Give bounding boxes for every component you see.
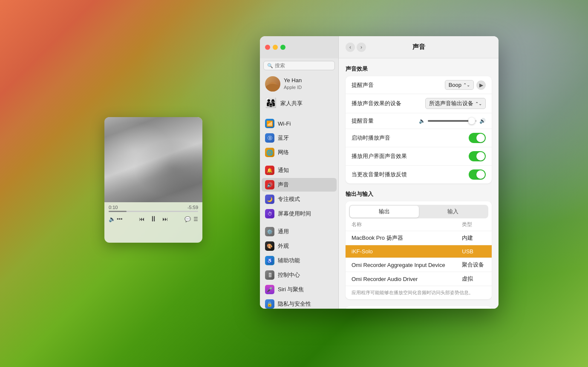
sidebar-item-focus[interactable]: 🌙 专注模式: [262, 192, 337, 206]
play-pause-button[interactable]: ⏸: [150, 215, 157, 224]
sidebar-label-sound: 声音: [278, 181, 289, 189]
dropdown-arrow-icon2: ⌃⌄: [475, 101, 482, 106]
sidebar-item-accessibility[interactable]: ♿ 辅助功能: [262, 254, 337, 267]
col-type-header: 类型: [456, 218, 492, 231]
sidebar-label-notifications: 通知: [278, 166, 289, 174]
alert-sound-label: 提醒声音: [352, 81, 445, 89]
alert-sound-value: Boop ⌃⌄ ▶: [445, 80, 486, 90]
playback-device-dropdown[interactable]: 所选声音输出设备 ⌃⌄: [425, 98, 486, 109]
sidebar-label-bluetooth: 蓝牙: [278, 134, 289, 142]
alert-volume-track[interactable]: [428, 120, 477, 122]
spatial-audio-note: 应用程序可能能够在播放空间化音频时访问头部姿势信息。: [346, 286, 492, 299]
music-player-window: 0:10 -5:59 🔈 ••• ⏮ ⏸ ⏭ 💬 ☰: [104, 117, 202, 243]
focus-icon: 🌙: [265, 195, 274, 204]
sidebar-item-wifi[interactable]: 📶 Wi-Fi: [262, 117, 337, 130]
sidebar-item-notifications[interactable]: 🔔 通知: [262, 163, 337, 177]
profile-section[interactable]: Ye Han Apple ID: [262, 73, 337, 95]
table-row[interactable]: iKF-Solo USB: [346, 245, 492, 258]
appearance-icon: 🎨: [265, 241, 274, 251]
main-scroll-area[interactable]: 声音效果 提醒声音 Boop ⌃⌄ ▶ 播放声音效果的设备: [339, 58, 499, 309]
queue-button[interactable]: ☰: [193, 216, 198, 222]
sidebar-item-bluetooth[interactable]: Ⓑ 蓝牙: [262, 131, 337, 145]
sidebar-item-siri[interactable]: 🎤 Siri 与聚焦: [262, 283, 337, 296]
close-button[interactable]: [265, 45, 270, 50]
more-icon[interactable]: •••: [117, 216, 123, 222]
family-sharing-item[interactable]: 👨‍👩‍👧 家人共享: [262, 96, 337, 111]
main-content: ‹ › 声音 声音效果 提醒声音 Boop ⌃⌄ ▶: [339, 36, 499, 309]
system-preferences-window: 🔍 Ye Han Apple ID 👨‍👩‍👧 家人共享 📶 Wi-Fi Ⓑ 蓝…: [260, 36, 499, 309]
back-button[interactable]: ‹: [346, 43, 355, 52]
ui-sound-label: 播放用户界面声音效果: [352, 152, 469, 160]
alert-volume-label: 提醒音量: [352, 117, 419, 125]
sidebar-label-general: 通用: [278, 228, 289, 235]
family-icon: 👨‍👩‍👧: [265, 97, 277, 109]
sidebar-item-controlcenter[interactable]: 🎛 控制中心: [262, 268, 337, 282]
lyrics-button[interactable]: 💬: [184, 216, 191, 222]
ui-sound-row: 播放用户界面声音效果: [346, 147, 492, 166]
sidebar-item-screentime[interactable]: ⏱ 屏幕使用时间: [262, 207, 337, 221]
search-icon: 🔍: [267, 63, 273, 69]
minimize-button[interactable]: [273, 45, 278, 50]
maximize-button[interactable]: [280, 45, 285, 50]
feedback-sound-row: 当更改音量时播放反馈: [346, 166, 492, 184]
vol-low-icon: 🔈: [419, 118, 425, 124]
startup-sound-toggle[interactable]: [469, 133, 486, 143]
device-table: 名称 类型 MacBook Pro 扬声器 内建 iKF-Solo USB: [346, 218, 492, 286]
sound-effects-card: 提醒声音 Boop ⌃⌄ ▶ 播放声音效果的设备 所选声音输出设备: [346, 76, 492, 184]
sidebar-item-general[interactable]: ⚙️ 通用: [262, 225, 337, 238]
tab-output[interactable]: 输出: [350, 206, 419, 218]
sidebar-item-network[interactable]: 🌐 网络: [262, 146, 337, 159]
table-row[interactable]: Omi Recorder Audio Driver 虚拟: [346, 272, 492, 286]
alert-sound-dropdown[interactable]: Boop ⌃⌄: [445, 80, 474, 90]
current-time: 0:10: [109, 205, 118, 210]
ui-sound-toggle[interactable]: [469, 151, 486, 161]
sound-icon: 🔊: [265, 180, 274, 189]
music-controls: 0:10 -5:59 🔈 ••• ⏮ ⏸ ⏭ 💬 ☰: [104, 202, 202, 226]
fast-forward-button[interactable]: ⏭: [162, 216, 168, 222]
sound-effects-title: 声音效果: [346, 65, 492, 73]
output-input-title: 输出与输入: [346, 190, 492, 198]
music-time-row: 0:10 -5:59: [109, 205, 198, 210]
search-bar[interactable]: 🔍: [263, 61, 335, 70]
alert-volume-thumb[interactable]: [468, 118, 475, 124]
music-button-row: 🔈 ••• ⏮ ⏸ ⏭ 💬 ☰: [109, 215, 198, 224]
music-progress-bar[interactable]: [109, 211, 198, 212]
sidebar-item-privacy[interactable]: 🔒 隐私与安全性: [262, 297, 337, 309]
sidebar-label-controlcenter: 控制中心: [278, 271, 300, 279]
alert-volume-fill: [428, 120, 472, 122]
play-alert-button[interactable]: ▶: [476, 80, 486, 90]
family-label: 家人共享: [280, 100, 303, 107]
search-input[interactable]: [275, 63, 331, 69]
device-name: Omi Recorder Aggregate Input Device: [346, 258, 456, 272]
playback-device-value: 所选声音输出设备 ⌃⌄: [425, 98, 486, 109]
alert-sound-text: Boop: [449, 82, 461, 88]
privacy-icon: 🔒: [265, 299, 274, 309]
feedback-sound-toggle[interactable]: [469, 169, 486, 180]
accessibility-icon: ♿: [265, 256, 274, 265]
table-row[interactable]: Omi Recorder Aggregate Input Device 聚合设备: [346, 258, 492, 272]
forward-button[interactable]: ›: [357, 43, 366, 52]
sidebar-label-siri: Siri 与聚焦: [278, 286, 304, 293]
output-input-card: 输出 输入 名称 类型 MacBook Pro 扬声器: [346, 201, 492, 299]
rewind-button[interactable]: ⏮: [139, 216, 144, 222]
device-table-header: 名称 类型: [346, 218, 492, 231]
sidebar-item-appearance[interactable]: 🎨 外观: [262, 239, 337, 253]
controlcenter-icon: 🎛: [265, 270, 274, 280]
notifications-icon: 🔔: [265, 166, 274, 175]
alert-volume-row: 提醒音量 🔈 🔊: [346, 113, 492, 129]
wifi-icon: 📶: [265, 119, 274, 128]
device-name: MacBook Pro 扬声器: [346, 231, 456, 245]
network-icon: 🌐: [265, 148, 274, 157]
sidebar-label-accessibility: 辅助功能: [278, 257, 300, 264]
device-type: 聚合设备: [456, 258, 492, 272]
device-type: 内建: [456, 231, 492, 245]
sidebar-item-sound[interactable]: 🔊 声音: [262, 178, 337, 192]
volume-icon[interactable]: 🔈: [109, 216, 115, 222]
music-progress-fill: [109, 211, 127, 212]
nav-buttons: ‹ ›: [346, 43, 366, 52]
startup-sound-row: 启动时播放声音: [346, 129, 492, 147]
playback-device-text: 所选声音输出设备: [429, 100, 473, 107]
tab-input[interactable]: 输入: [419, 206, 488, 218]
sidebar-label-appearance: 外观: [278, 242, 289, 250]
table-row[interactable]: MacBook Pro 扬声器 内建: [346, 231, 492, 245]
